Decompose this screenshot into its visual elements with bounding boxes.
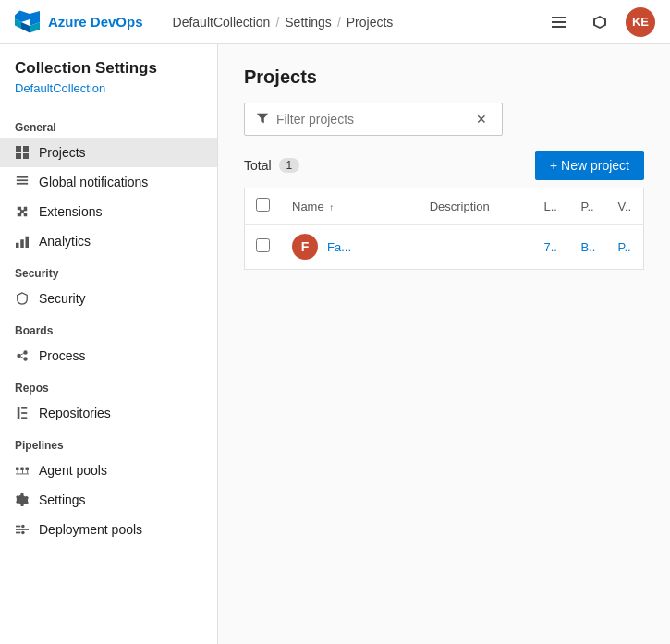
sidebar-item-projects[interactable]: Projects xyxy=(0,138,217,167)
projects-tbody: F Fa... 7.. B.. P.. xyxy=(245,225,644,270)
new-project-button[interactable]: + New project xyxy=(535,151,644,180)
row-l-cell[interactable]: 7.. xyxy=(533,225,570,270)
section-label-security: Security xyxy=(0,256,217,284)
main-content: Projects ✕ Total 1 + New project xyxy=(218,44,670,644)
project-avatar: F xyxy=(292,234,318,260)
svg-rect-6 xyxy=(23,153,29,159)
sidebar-label-deployment-pools: Deployment pools xyxy=(39,522,142,537)
section-label-pipelines: Pipelines xyxy=(0,428,217,456)
sidebar-item-settings[interactable]: Settings xyxy=(0,485,217,515)
sidebar-label-extensions: Extensions xyxy=(39,204,102,219)
avatar-initials: KE xyxy=(632,15,649,29)
svg-rect-27 xyxy=(27,470,28,474)
list-icon-button[interactable] xyxy=(544,7,574,37)
svg-rect-21 xyxy=(21,417,27,419)
table-header-row: Total 1 + New project xyxy=(244,151,644,180)
projects-table: Name ↑ Description L.. P.. V.. xyxy=(244,188,644,270)
row-checkbox[interactable] xyxy=(256,238,270,252)
sidebar-item-deployment-pools[interactable]: Deployment pools xyxy=(0,515,217,544)
puzzle-icon xyxy=(15,204,30,219)
total-count-badge: 1 xyxy=(279,158,300,173)
row-name-cell: F Fa... xyxy=(281,225,419,270)
select-all-checkbox[interactable] xyxy=(256,198,270,212)
topnav: Azure DevOps DefaultCollection / Setting… xyxy=(0,0,670,44)
sidebar-item-repositories[interactable]: Repositories xyxy=(0,398,217,428)
svg-rect-7 xyxy=(17,176,28,178)
grid-icon xyxy=(15,145,30,160)
sidebar-label-agent-pools: Agent pools xyxy=(39,463,107,478)
breadcrumb-sep-2: / xyxy=(337,15,341,30)
sidebar-item-global-notifications[interactable]: Global notifications xyxy=(0,167,217,197)
sidebar-label-global-notifications: Global notifications xyxy=(39,175,148,189)
section-label-boards: Boards xyxy=(0,313,217,341)
svg-line-16 xyxy=(20,353,24,355)
package-icon xyxy=(592,15,607,30)
main-layout: Collection Settings DefaultCollection Ge… xyxy=(0,44,670,644)
filter-input[interactable] xyxy=(276,112,472,127)
sidebar: Collection Settings DefaultCollection Ge… xyxy=(0,44,218,644)
row-p-cell[interactable]: B.. xyxy=(570,225,607,270)
svg-rect-1 xyxy=(552,21,566,23)
row-checkbox-cell xyxy=(245,225,282,270)
user-avatar-button[interactable]: KE xyxy=(626,7,655,37)
hamburger-icon xyxy=(552,15,566,30)
svg-rect-24 xyxy=(26,468,30,471)
chart-icon xyxy=(15,234,30,249)
project-name-link[interactable]: Fa... xyxy=(327,240,351,254)
col-header-v[interactable]: V.. xyxy=(607,188,644,225)
total-text: Total xyxy=(244,158,272,173)
breadcrumb: DefaultCollection / Settings / Projects xyxy=(173,15,394,30)
svg-rect-5 xyxy=(16,153,21,159)
svg-rect-23 xyxy=(20,468,24,471)
table-head: Name ↑ Description L.. P.. V.. xyxy=(245,188,644,225)
page-title: Projects xyxy=(244,67,644,88)
new-project-label: + New project xyxy=(550,158,629,173)
sidebar-item-security[interactable]: Security xyxy=(0,284,217,313)
table-row: F Fa... 7.. B.. P.. xyxy=(245,225,644,270)
svg-rect-9 xyxy=(17,183,28,185)
sidebar-label-settings: Settings xyxy=(39,492,86,507)
svg-rect-19 xyxy=(21,407,27,409)
svg-rect-8 xyxy=(17,179,28,181)
col-header-description[interactable]: Description xyxy=(419,188,533,225)
topnav-actions: KE xyxy=(544,7,655,37)
svg-rect-3 xyxy=(16,146,21,152)
breadcrumb-sep-1: / xyxy=(275,15,279,30)
svg-rect-0 xyxy=(552,17,566,18)
sidebar-label-projects: Projects xyxy=(39,145,86,160)
package-icon-button[interactable] xyxy=(585,7,615,37)
breadcrumb-item-settings[interactable]: Settings xyxy=(285,15,332,30)
total-label: Total 1 xyxy=(244,158,299,173)
filter-clear-button[interactable]: ✕ xyxy=(472,112,491,127)
svg-rect-29 xyxy=(16,529,29,530)
svg-rect-31 xyxy=(16,532,20,534)
breadcrumb-item-collection[interactable]: DefaultCollection xyxy=(173,15,271,30)
svg-rect-20 xyxy=(21,412,27,414)
filter-icon xyxy=(256,112,269,128)
sidebar-label-repositories: Repositories xyxy=(39,406,111,420)
sidebar-item-extensions[interactable]: Extensions xyxy=(0,197,217,226)
sidebar-subtitle: DefaultCollection xyxy=(0,81,217,110)
sidebar-label-analytics: Analytics xyxy=(39,234,91,249)
azure-devops-logo-icon xyxy=(15,9,41,35)
col-header-p[interactable]: P.. xyxy=(570,188,607,225)
svg-rect-11 xyxy=(20,239,24,248)
bell-icon xyxy=(15,175,30,189)
svg-rect-26 xyxy=(22,470,23,474)
sidebar-item-process[interactable]: Process xyxy=(0,341,217,371)
agent-icon xyxy=(15,463,30,478)
sidebar-label-security: Security xyxy=(39,291,86,306)
svg-rect-10 xyxy=(16,243,19,248)
svg-rect-2 xyxy=(552,26,566,28)
svg-rect-4 xyxy=(23,146,29,152)
row-v-cell[interactable]: P.. xyxy=(607,225,644,270)
repo-icon xyxy=(15,406,30,420)
shield-icon xyxy=(15,291,30,306)
app-name-label: Azure DevOps xyxy=(48,14,143,30)
app-logo[interactable]: Azure DevOps xyxy=(15,9,143,35)
sidebar-item-agent-pools[interactable]: Agent pools xyxy=(0,456,217,485)
col-checkbox xyxy=(245,188,282,225)
col-header-l[interactable]: L.. xyxy=(533,188,570,225)
sidebar-item-analytics[interactable]: Analytics xyxy=(0,226,217,256)
col-header-name[interactable]: Name ↑ xyxy=(281,188,419,225)
